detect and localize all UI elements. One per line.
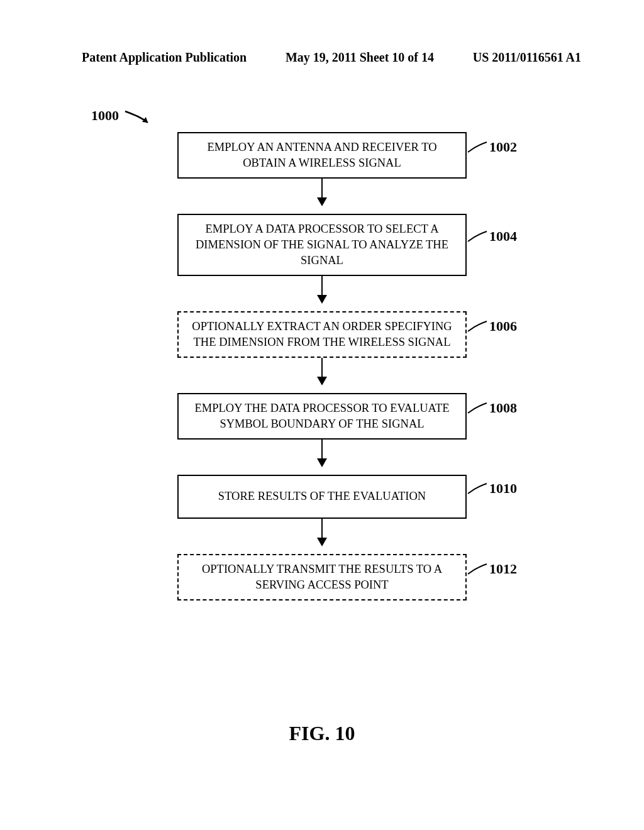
flow-step-ref: 1010 [489, 480, 517, 497]
flow-step-box: OPTIONALLY TRANSMIT THE RESULTS TO A SER… [177, 554, 467, 600]
flow-arrow [321, 276, 323, 311]
flow-step-text: EMPLOY THE DATA PROCESSOR TO EVALUATE SY… [187, 401, 457, 432]
flow-arrow [321, 440, 323, 475]
flowchart: EMPLOY AN ANTENNA AND RECEIVER TO OBTAIN… [0, 132, 644, 600]
leader-line-icon [467, 563, 488, 575]
header-right: US 2011/0116561 A1 [473, 50, 581, 65]
reference-arrow-icon [123, 109, 155, 128]
flow-step-ref: 1004 [489, 228, 517, 245]
flow-step-text: OPTIONALLY TRANSMIT THE RESULTS TO A SER… [187, 562, 457, 593]
flow-step-text: EMPLOY A DATA PROCESSOR TO SELECT A DIME… [187, 221, 457, 268]
leader-line-icon [467, 230, 488, 243]
page-header: Patent Application Publication May 19, 2… [0, 50, 644, 65]
leader-line-icon [467, 320, 488, 333]
header-center: May 19, 2011 Sheet 10 of 14 [286, 50, 434, 65]
flow-step-box: EMPLOY A DATA PROCESSOR TO SELECT A DIME… [177, 214, 467, 276]
flow-step-ref: 1002 [489, 139, 517, 155]
flow-step-box: EMPLOY THE DATA PROCESSOR TO EVALUATE SY… [177, 393, 467, 440]
flow-step-ref: 1006 [489, 318, 517, 335]
flow-step: EMPLOY AN ANTENNA AND RECEIVER TO OBTAIN… [127, 132, 517, 179]
flow-step-text: OPTIONALLY EXTRACT AN ORDER SPECIFYING T… [187, 319, 457, 350]
flow-step: STORE RESULTS OF THE EVALUATION1010 [127, 475, 517, 519]
flow-step-text: STORE RESULTS OF THE EVALUATION [218, 489, 426, 504]
arrow-down-icon [321, 276, 323, 302]
flow-step-box: EMPLOY AN ANTENNA AND RECEIVER TO OBTAIN… [177, 132, 467, 179]
flow-step-box: OPTIONALLY EXTRACT AN ORDER SPECIFYING T… [177, 311, 467, 358]
figure-reference: 1000 [91, 104, 155, 128]
flow-arrow [321, 179, 323, 214]
flow-step: OPTIONALLY EXTRACT AN ORDER SPECIFYING T… [127, 311, 517, 358]
figure-reference-number: 1000 [91, 108, 119, 124]
arrow-down-icon [321, 440, 323, 466]
header-left: Patent Application Publication [82, 50, 247, 65]
flow-arrow [321, 519, 323, 554]
flow-step-ref: 1008 [489, 400, 517, 416]
arrow-down-icon [321, 179, 323, 205]
leader-line-icon [467, 141, 488, 153]
flow-step: OPTIONALLY TRANSMIT THE RESULTS TO A SER… [127, 554, 517, 600]
figure-caption: FIG. 10 [0, 722, 644, 745]
flow-step: EMPLOY A DATA PROCESSOR TO SELECT A DIME… [127, 214, 517, 276]
flow-step-box: STORE RESULTS OF THE EVALUATION [177, 475, 467, 519]
flow-step: EMPLOY THE DATA PROCESSOR TO EVALUATE SY… [127, 393, 517, 440]
leader-line-icon [467, 482, 488, 495]
leader-line-icon [467, 402, 488, 414]
flow-step-ref: 1012 [489, 561, 517, 577]
arrow-down-icon [321, 358, 323, 384]
flow-step-text: EMPLOY AN ANTENNA AND RECEIVER TO OBTAIN… [187, 140, 457, 171]
flow-arrow [321, 358, 323, 393]
arrow-down-icon [321, 519, 323, 545]
